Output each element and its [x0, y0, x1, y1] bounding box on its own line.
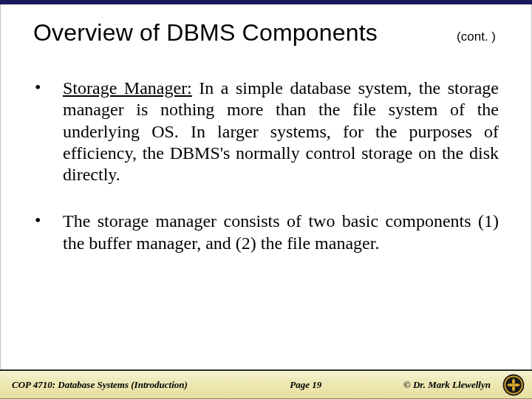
- bullet-dot: •: [33, 211, 63, 254]
- bullet-text: The storage manager consists of two basi…: [63, 211, 499, 254]
- svg-point-3: [512, 383, 515, 386]
- bullet-body: The storage manager consists of two basi…: [63, 211, 499, 252]
- list-item: • Storage Manager: In a simple database …: [33, 78, 499, 185]
- slide-title: Overview of DBMS Components: [33, 19, 378, 47]
- bullet-lead: Storage Manager:: [63, 78, 192, 98]
- slide-body: Overview of DBMS Components (cont. ) • S…: [0, 4, 532, 369]
- footer-course: COP 4710: Database Systems (Introduction…: [0, 379, 188, 391]
- bullet-list: • Storage Manager: In a simple database …: [33, 78, 499, 254]
- bullet-text: Storage Manager: In a simple database sy…: [63, 78, 499, 185]
- slide-footer: COP 4710: Database Systems (Introduction…: [0, 369, 532, 399]
- footer-page: Page 19: [290, 379, 321, 391]
- footer-copyright: © Dr. Mark Llewellyn: [403, 379, 497, 391]
- list-item: • The storage manager consists of two ba…: [33, 211, 499, 254]
- bullet-dot: •: [33, 78, 63, 185]
- title-row: Overview of DBMS Components (cont. ): [33, 19, 499, 47]
- continued-marker: (cont. ): [457, 30, 499, 44]
- ucf-logo-icon: [502, 374, 525, 396]
